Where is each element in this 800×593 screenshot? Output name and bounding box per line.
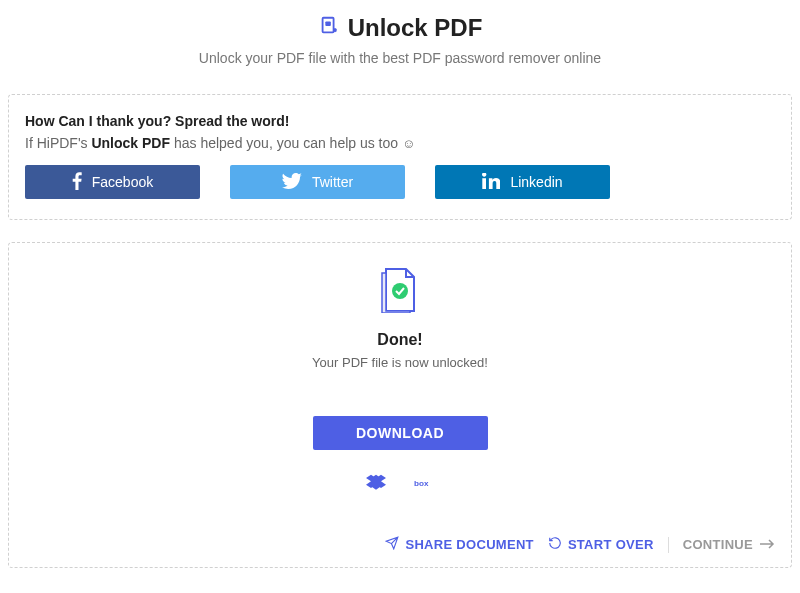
share-document-link[interactable]: SHARE DOCUMENT bbox=[385, 536, 533, 553]
facebook-icon bbox=[72, 172, 82, 193]
share-icon bbox=[385, 536, 399, 553]
facebook-button[interactable]: Facebook bbox=[25, 165, 200, 199]
svg-rect-1 bbox=[325, 21, 331, 26]
svg-text:box: box bbox=[414, 479, 429, 488]
twitter-button[interactable]: Twitter bbox=[230, 165, 405, 199]
svg-point-2 bbox=[392, 283, 408, 299]
share-subtext: If HiPDF's Unlock PDF has helped you, yo… bbox=[25, 135, 775, 151]
start-over-link[interactable]: START OVER bbox=[548, 536, 654, 553]
unlock-icon bbox=[318, 15, 340, 41]
divider bbox=[668, 537, 669, 553]
restart-icon bbox=[548, 536, 562, 553]
twitter-icon bbox=[282, 173, 302, 192]
download-button[interactable]: DOWNLOAD bbox=[313, 416, 488, 450]
share-heading: How Can I thank you? Spread the word! bbox=[25, 113, 775, 129]
box-icon[interactable]: box bbox=[414, 474, 434, 496]
share-panel: How Can I thank you? Spread the word! If… bbox=[8, 94, 792, 220]
continue-link[interactable]: CONTINUE bbox=[683, 537, 775, 552]
dropbox-icon[interactable] bbox=[366, 474, 386, 496]
linkedin-button[interactable]: Linkedin bbox=[435, 165, 610, 199]
linkedin-icon bbox=[482, 173, 500, 192]
result-panel: Done! Your PDF file is now unlocked! DOW… bbox=[8, 242, 792, 568]
done-label: Done! bbox=[25, 331, 775, 349]
page-title: Unlock PDF bbox=[348, 14, 483, 42]
page-title-row: Unlock PDF bbox=[0, 14, 800, 42]
page-subtitle: Unlock your PDF file with the best PDF p… bbox=[0, 50, 800, 66]
arrow-right-icon bbox=[759, 537, 775, 552]
document-success-icon bbox=[380, 267, 420, 313]
done-subtitle: Your PDF file is now unlocked! bbox=[25, 355, 775, 370]
